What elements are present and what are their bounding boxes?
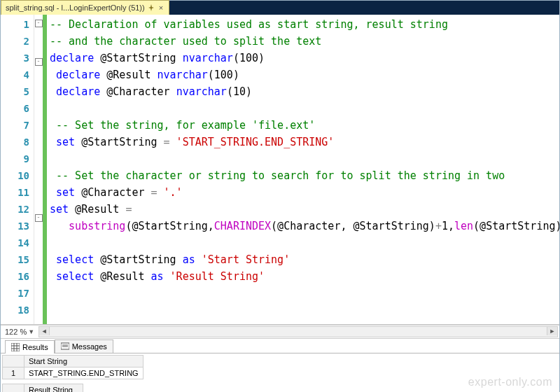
fold-toggle-icon[interactable]: - xyxy=(35,58,43,66)
code-text[interactable]: -- Declaration of variables used as star… xyxy=(47,15,559,324)
scroll-left-icon[interactable]: ◄ xyxy=(39,327,50,335)
document-tab-title: split_string.sql - l...LoginExpertOnly (… xyxy=(6,4,145,12)
code-editor[interactable]: 123456 789101112 131415161718 - - - -- D… xyxy=(1,15,559,325)
row-header[interactable]: 1 xyxy=(3,368,24,379)
document-tab-strip: split_string.sql - l...LoginExpertOnly (… xyxy=(1,1,559,15)
close-icon[interactable]: × xyxy=(158,4,164,12)
tab-results[interactable]: Results xyxy=(5,340,55,354)
pin-icon[interactable] xyxy=(148,4,155,11)
result-grid-2[interactable]: Result String 1 END_STRING xyxy=(2,384,83,392)
result-grid-1[interactable]: Start String 1 START_STRING.END_STRING xyxy=(2,355,144,379)
fold-toggle-icon[interactable]: - xyxy=(35,20,43,27)
row-header-corner xyxy=(3,356,24,368)
watermark: expert-only.com xyxy=(468,376,552,388)
editor-footer: 122 % ▼ ◄ ► xyxy=(1,325,559,339)
messages-icon xyxy=(61,342,69,351)
zoom-value: 122 % xyxy=(5,328,27,336)
fold-toggle-icon[interactable]: - xyxy=(35,214,43,222)
column-header[interactable]: Result String xyxy=(24,384,83,393)
grid-icon xyxy=(11,343,20,351)
column-header[interactable]: Start String xyxy=(24,356,144,368)
svg-rect-0 xyxy=(11,343,20,351)
fold-gutter: - - - xyxy=(34,15,43,324)
row-header-corner xyxy=(3,384,24,393)
tab-messages-label: Messages xyxy=(72,342,107,351)
results-tab-strip: Results Messages xyxy=(1,339,559,354)
document-tab[interactable]: split_string.sql - l...LoginExpertOnly (… xyxy=(1,0,169,15)
tab-messages[interactable]: Messages xyxy=(55,340,113,354)
scroll-right-icon[interactable]: ► xyxy=(547,327,557,335)
zoom-dropdown[interactable]: 122 % ▼ xyxy=(1,328,37,336)
chevron-down-icon: ▼ xyxy=(28,328,34,335)
tab-results-label: Results xyxy=(22,343,48,351)
result-cell[interactable]: START_STRING.END_STRING xyxy=(24,368,144,379)
line-number-gutter: 123456 789101112 131415161718 xyxy=(1,15,34,324)
horizontal-scrollbar[interactable]: ◄ ► xyxy=(38,326,558,337)
